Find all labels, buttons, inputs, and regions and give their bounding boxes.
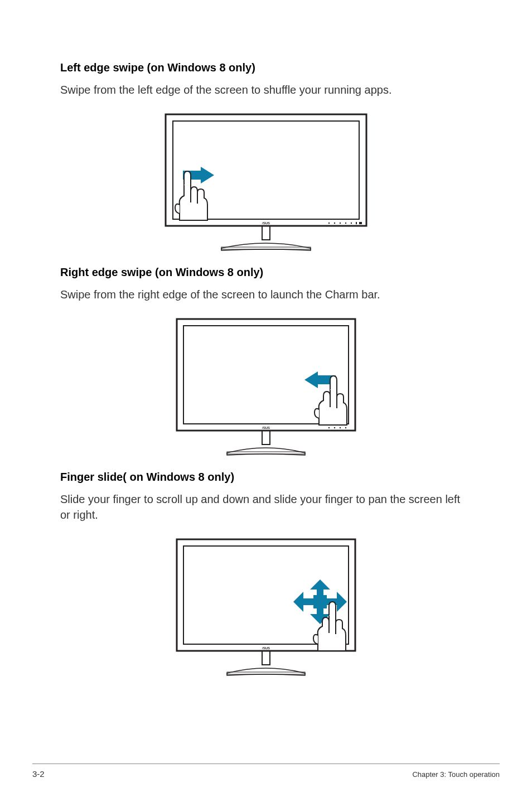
section-heading: Right edge swipe (on Windows 8 only) — [60, 266, 472, 279]
right-swipe-illustration: /SUS — [174, 313, 358, 458]
svg-point-20 — [328, 427, 330, 428]
svg-point-3 — [328, 223, 330, 224]
section-body: Swipe from the left edge of the screen t… — [60, 82, 472, 98]
svg-point-5 — [340, 223, 341, 224]
svg-marker-48 — [337, 592, 347, 612]
svg-point-4 — [334, 223, 335, 224]
svg-rect-8 — [356, 222, 357, 224]
svg-marker-14 — [201, 167, 214, 183]
svg-text:/SUS: /SUS — [262, 221, 270, 225]
section-heading: Finger slide( on Windows 8 only) — [60, 471, 472, 484]
svg-point-21 — [334, 427, 335, 428]
left-swipe-illustration: /SUS — [163, 109, 369, 254]
svg-rect-24 — [262, 431, 270, 445]
finger-slide-illustration: /SUS — [174, 534, 358, 679]
chapter-label: Chapter 3: Touch operation — [412, 770, 500, 779]
svg-rect-38 — [262, 651, 270, 665]
svg-text:/SUS: /SUS — [262, 646, 270, 650]
section-right-edge-swipe: Right edge swipe (on Windows 8 only) Swi… — [60, 266, 472, 458]
section-heading: Left edge swipe (on Windows 8 only) — [60, 61, 472, 74]
section-finger-slide: Finger slide( on Windows 8 only) Slide y… — [60, 471, 472, 679]
svg-point-7 — [351, 223, 352, 224]
section-left-edge-swipe: Left edge swipe (on Windows 8 only) Swip… — [60, 61, 472, 254]
svg-point-23 — [345, 427, 346, 428]
svg-rect-9 — [359, 222, 362, 224]
section-body: Swipe from the right edge of the screen … — [60, 287, 472, 302]
illustration-wrap: /SUS — [60, 534, 472, 679]
illustration-wrap: /SUS — [60, 109, 472, 254]
footer-divider — [32, 764, 500, 764]
svg-rect-45 — [303, 598, 313, 605]
svg-marker-46 — [293, 592, 303, 612]
svg-marker-42 — [310, 579, 330, 590]
page-number: 3-2 — [32, 769, 45, 779]
illustration-wrap: /SUS — [60, 313, 472, 458]
four-way-arrow-icon — [293, 579, 347, 624]
svg-marker-28 — [304, 371, 318, 388]
svg-point-6 — [345, 223, 346, 224]
svg-text:/SUS: /SUS — [262, 426, 270, 429]
section-body: Slide your finger to scroll up and down … — [60, 491, 472, 523]
svg-rect-10 — [262, 226, 270, 240]
svg-point-22 — [340, 427, 341, 428]
svg-rect-49 — [313, 595, 327, 608]
